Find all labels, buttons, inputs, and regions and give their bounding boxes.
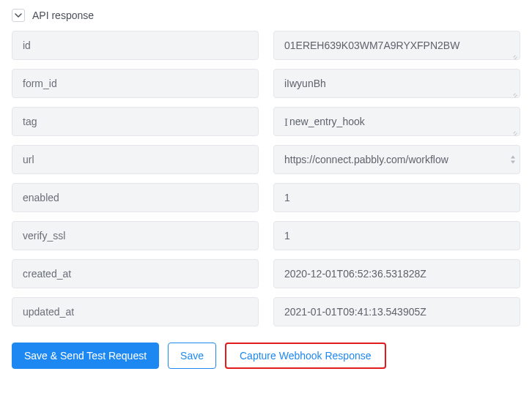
field-row: created_at2020-12-01T06:52:36.531828Z (12, 259, 520, 288)
field-value[interactable]: Inew_entry_hook (273, 107, 520, 136)
field-row: updated_at2021-01-01T09:41:13.543905Z (12, 297, 520, 326)
field-row: form_idiIwyunBh (12, 69, 520, 98)
field-key[interactable]: tag (12, 107, 259, 136)
field-value[interactable]: https://connect.pabbly.com/workflow (273, 145, 520, 174)
field-row: enabled1 (12, 183, 520, 212)
field-value-text: 2021-01-01T09:41:13.543905Z (284, 306, 426, 318)
field-key[interactable]: url (12, 145, 259, 174)
scroll-indicator-icon (511, 156, 515, 164)
field-value[interactable]: 2021-01-01T09:41:13.543905Z (273, 297, 520, 326)
resize-handle-icon (510, 126, 517, 133)
field-row: id01EREH639K03WM7A9RYXFPN2BW (12, 31, 520, 60)
save-button[interactable]: Save (168, 343, 216, 369)
field-row: verify_ssl1 (12, 221, 520, 250)
resize-handle-icon (510, 50, 517, 57)
field-value-text: 1 (284, 230, 290, 242)
field-key[interactable]: enabled (12, 183, 259, 212)
chevron-down-icon (15, 12, 22, 19)
section-title: API response (32, 10, 94, 21)
field-value[interactable]: iIwyunBh (273, 69, 520, 98)
field-value-text: iIwyunBh (284, 78, 326, 89)
save-send-test-button[interactable]: Save & Send Test Request (12, 343, 159, 369)
field-key[interactable]: form_id (12, 69, 259, 98)
collapse-toggle[interactable] (12, 9, 25, 22)
capture-webhook-button[interactable]: Capture Webhook Response (225, 343, 386, 369)
field-value-text: new_entry_hook (289, 116, 365, 127)
field-value[interactable]: 1 (273, 221, 520, 250)
resize-handle-icon (510, 88, 517, 95)
field-key[interactable]: verify_ssl (12, 221, 259, 250)
field-value[interactable]: 1 (273, 183, 520, 212)
field-key[interactable]: created_at (12, 259, 259, 288)
field-value-text: 01EREH639K03WM7A9RYXFPN2BW (284, 40, 459, 51)
field-value[interactable]: 2020-12-01T06:52:36.531828Z (273, 259, 520, 288)
field-value-text: 2020-12-01T06:52:36.531828Z (284, 268, 426, 280)
field-value-text: 1 (284, 192, 290, 203)
field-key[interactable]: id (12, 31, 259, 60)
text-cursor-icon: I (284, 116, 288, 129)
field-row: tagInew_entry_hook (12, 107, 520, 136)
field-key[interactable]: updated_at (12, 297, 259, 326)
field-value[interactable]: 01EREH639K03WM7A9RYXFPN2BW (273, 31, 520, 60)
field-value-text: https://connect.pabbly.com/workflow (284, 154, 448, 165)
field-row: urlhttps://connect.pabbly.com/workflow (12, 145, 520, 174)
